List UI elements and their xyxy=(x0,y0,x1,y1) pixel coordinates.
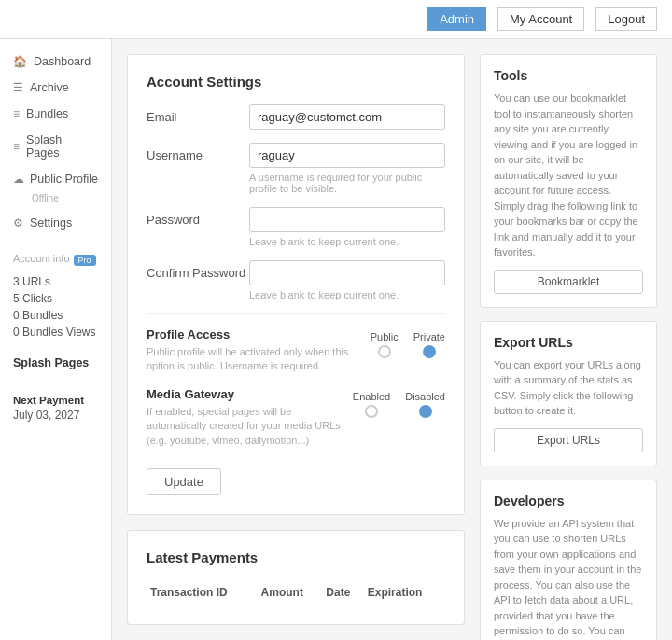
username-field-wrapper: A username is required for your public p… xyxy=(249,143,445,194)
enabled-radio-circle xyxy=(365,405,378,418)
latest-payments-card: Latest Payments Transaction ID Amount Da… xyxy=(127,530,465,625)
account-settings-title: Account Settings xyxy=(147,74,445,90)
main-panel: Account Settings Email Username A userna… xyxy=(127,54,465,625)
sidebar-item-label: Bundles xyxy=(26,107,68,120)
top-navigation: Admin My Account Logout xyxy=(0,0,672,39)
next-payment-date: July 03, 2027 xyxy=(13,409,98,422)
offline-badge: Offline xyxy=(32,193,59,203)
media-gateway-options: Enabled Disabled xyxy=(353,387,445,418)
profile-access-options: Public Private xyxy=(371,327,445,358)
next-payment-label: Next Payment xyxy=(13,395,98,406)
export-urls-button[interactable]: Export URLs xyxy=(494,428,643,452)
content-area: Account Settings Email Username A userna… xyxy=(112,39,672,640)
profile-access-desc: Public profile will be activated only wh… xyxy=(147,345,371,374)
password-hint: Leave blank to keep current one. xyxy=(249,236,445,247)
developers-title: Developers xyxy=(494,494,643,508)
confirm-password-row: Confirm Password Leave blank to keep cur… xyxy=(147,260,445,300)
update-button[interactable]: Update xyxy=(147,468,221,495)
right-panel: Tools You can use our bookmarklet tool t… xyxy=(480,54,657,640)
private-radio[interactable]: Private xyxy=(413,331,445,358)
payments-table: Transaction ID Amount Date Expiration xyxy=(147,580,445,605)
confirm-password-hint: Leave blank to keep current one. xyxy=(249,289,445,300)
sidebar-item-label: Archive xyxy=(30,81,69,94)
expiration-header: Expiration xyxy=(364,580,445,605)
account-settings-card: Account Settings Email Username A userna… xyxy=(127,54,465,515)
media-gateway-desc: If enabled, special pages will be automa… xyxy=(147,405,353,448)
transaction-id-header: Transaction ID xyxy=(147,580,258,605)
email-input[interactable] xyxy=(249,104,445,130)
media-gateway-title: Media Gateway xyxy=(147,387,353,401)
tools-description: You can use our bookmarklet tool to inst… xyxy=(494,90,643,260)
tools-card: Tools You can use our bookmarklet tool t… xyxy=(480,54,657,308)
public-label: Public xyxy=(371,331,399,342)
disabled-radio-circle xyxy=(419,405,432,418)
sidebar-item-label: Public Profile xyxy=(30,173,98,186)
stat-bundles: 0 Bundles xyxy=(13,307,98,324)
my-account-button[interactable]: My Account xyxy=(497,7,584,31)
sidebar: 🏠 Dashboard ☰ Archive ≡ Bundles ≡ Splash… xyxy=(0,39,112,640)
private-label: Private xyxy=(413,331,445,342)
password-field-wrapper: Leave blank to keep current one. xyxy=(249,207,445,247)
sidebar-next-payment: Next Payment July 03, 2027 xyxy=(0,385,111,431)
username-label: Username xyxy=(147,143,249,162)
export-urls-description: You can export your URLs along with a su… xyxy=(494,357,643,419)
developers-description: We provide an API system that you can us… xyxy=(494,516,643,641)
stat-clicks: 5 Clicks xyxy=(13,290,98,307)
password-label: Password xyxy=(147,207,249,227)
email-label: Email xyxy=(147,104,249,124)
confirm-password-input[interactable] xyxy=(249,260,445,285)
password-input[interactable] xyxy=(249,207,445,232)
sidebar-splash-pages[interactable]: Splash Pages xyxy=(0,350,111,376)
latest-payments-title: Latest Payments xyxy=(147,550,445,565)
tools-title: Tools xyxy=(494,68,643,83)
payments-table-header: Transaction ID Amount Date Expiration xyxy=(147,580,445,605)
username-input[interactable] xyxy=(249,143,445,168)
export-urls-title: Export URLs xyxy=(494,335,643,350)
account-info-label: Account info xyxy=(13,253,70,264)
sidebar-item-settings[interactable]: ⚙ Settings xyxy=(0,210,111,236)
sidebar-item-label: Splash Pages xyxy=(26,133,98,160)
sidebar-item-public-profile[interactable]: ☁ Public Profile Offline xyxy=(0,166,111,210)
email-field-wrapper xyxy=(249,104,445,130)
public-radio-circle xyxy=(378,345,391,358)
stat-bundle-views: 0 Bundles Views xyxy=(13,324,98,341)
sidebar-item-splash-pages[interactable]: ≡ Splash Pages xyxy=(0,127,111,166)
disabled-radio[interactable]: Disabled xyxy=(405,391,445,418)
media-gateway-row: Media Gateway If enabled, special pages … xyxy=(147,387,445,448)
developers-card: Developers We provide an API system that… xyxy=(480,480,657,641)
bookmarklet-button[interactable]: Bookmarklet xyxy=(494,270,643,294)
profile-access-row: Profile Access Public profile will be ac… xyxy=(147,327,445,374)
enabled-radio[interactable]: Enabled xyxy=(353,391,390,418)
main-layout: 🏠 Dashboard ☰ Archive ≡ Bundles ≡ Splash… xyxy=(0,39,672,640)
sidebar-item-dashboard[interactable]: 🏠 Dashboard xyxy=(0,49,111,75)
password-row: Password Leave blank to keep current one… xyxy=(147,207,445,247)
amount-header: Amount xyxy=(258,580,323,605)
stat-urls: 3 URLs xyxy=(13,273,98,290)
bundles-icon: ≡ xyxy=(13,107,20,120)
date-header: Date xyxy=(322,580,363,605)
account-info-section: Account info Pro 3 URLs 5 Clicks 0 Bundl… xyxy=(0,253,111,341)
media-gateway-info: Media Gateway If enabled, special pages … xyxy=(147,387,353,448)
sidebar-item-archive[interactable]: ☰ Archive xyxy=(0,75,111,101)
archive-icon: ☰ xyxy=(13,81,23,94)
splash-icon: ≡ xyxy=(13,140,20,153)
export-urls-card: Export URLs You can export your URLs alo… xyxy=(480,321,657,466)
username-hint: A username is required for your public p… xyxy=(249,172,445,194)
home-icon: 🏠 xyxy=(13,55,27,68)
enabled-label: Enabled xyxy=(353,391,390,402)
profile-access-title: Profile Access xyxy=(147,327,371,341)
settings-icon: ⚙ xyxy=(13,216,23,230)
pro-badge: Pro xyxy=(74,255,96,266)
cloud-icon: ☁ xyxy=(13,173,24,186)
sidebar-item-label: Dashboard xyxy=(34,55,91,68)
private-radio-circle xyxy=(423,345,436,358)
public-radio[interactable]: Public xyxy=(371,331,399,358)
confirm-password-field-wrapper: Leave blank to keep current one. xyxy=(249,260,445,300)
logout-button[interactable]: Logout xyxy=(595,7,657,31)
profile-access-info: Profile Access Public profile will be ac… xyxy=(147,327,371,374)
sidebar-item-bundles[interactable]: ≡ Bundles xyxy=(0,101,111,127)
email-row: Email xyxy=(147,104,445,130)
confirm-password-label: Confirm Password xyxy=(147,260,249,280)
admin-button[interactable]: Admin xyxy=(427,7,486,31)
username-row: Username A username is required for your… xyxy=(147,143,445,194)
